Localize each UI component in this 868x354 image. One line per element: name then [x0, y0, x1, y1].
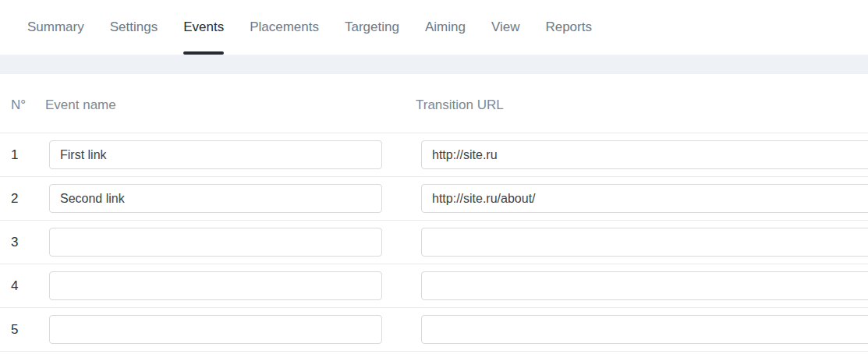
table-header: N° Event name Transition URL: [0, 74, 868, 133]
row-number: 5: [11, 322, 49, 338]
row-number: 3: [11, 235, 49, 250]
row-number: 2: [11, 191, 49, 207]
tab-placements[interactable]: Placements: [250, 0, 319, 55]
tab-view[interactable]: View: [491, 0, 520, 55]
tab-bar-strip: [0, 55, 868, 74]
tab-targeting[interactable]: Targeting: [345, 0, 399, 55]
transition-url-input[interactable]: [421, 140, 868, 169]
column-header-number: N°: [11, 97, 26, 113]
tab-summary[interactable]: Summary: [27, 0, 84, 55]
event-name-input[interactable]: [49, 228, 382, 257]
tab-events[interactable]: Events: [183, 0, 224, 55]
tab-bar: SummarySettingsEventsPlacementsTargeting…: [0, 0, 868, 55]
table-row: 4: [0, 264, 868, 308]
events-table: 1 2 3 4 5: [0, 133, 868, 352]
transition-url-input[interactable]: [421, 271, 868, 300]
transition-url-input[interactable]: [421, 315, 868, 344]
tab-aiming[interactable]: Aiming: [425, 0, 466, 55]
table-row: 5: [0, 308, 868, 352]
transition-url-input[interactable]: [421, 184, 868, 213]
table-row: 3: [0, 221, 868, 264]
event-name-input[interactable]: [49, 140, 382, 169]
transition-url-input[interactable]: [421, 228, 868, 257]
column-header-event-name: Event name: [45, 97, 116, 113]
event-name-input[interactable]: [49, 184, 382, 213]
page: SummarySettingsEventsPlacementsTargeting…: [0, 0, 868, 354]
tab-reports[interactable]: Reports: [545, 0, 592, 55]
column-header-transition-url: Transition URL: [416, 97, 504, 113]
tab-settings[interactable]: Settings: [110, 0, 158, 55]
row-number: 4: [11, 278, 49, 294]
table-row: 2: [0, 177, 868, 221]
row-number: 1: [11, 147, 49, 163]
table-row: 1: [0, 133, 868, 177]
event-name-input[interactable]: [49, 271, 382, 300]
event-name-input[interactable]: [49, 315, 382, 344]
